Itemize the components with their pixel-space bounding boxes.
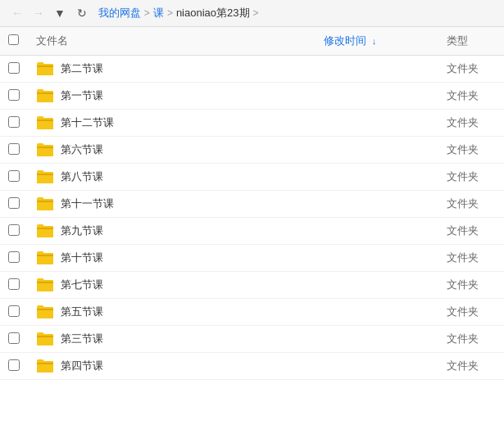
table-row: 第十二节课文件夹	[0, 110, 504, 137]
select-all-checkbox[interactable]	[8, 34, 19, 45]
row-time-cell	[316, 272, 438, 299]
back-button[interactable]: ←	[8, 5, 26, 21]
folder-icon	[36, 305, 54, 319]
svg-rect-16	[37, 282, 53, 291]
row-checkbox[interactable]	[8, 251, 20, 263]
table-row: 第八节课文件夹	[0, 164, 504, 191]
svg-rect-15	[37, 255, 53, 256]
folder-icon	[36, 169, 54, 184]
row-checkbox-cell	[0, 191, 28, 218]
table-row: 第七节课文件夹	[0, 272, 504, 299]
row-name-cell: 第四节课	[28, 353, 316, 380]
file-name[interactable]: 第四节课	[61, 359, 103, 373]
file-name[interactable]: 第一节课	[61, 88, 103, 103]
svg-rect-5	[37, 120, 53, 121]
th-time-label: 修改时间	[324, 34, 366, 47]
row-checkbox-cell	[0, 326, 28, 353]
breadcrumb-sep-2: >	[167, 7, 173, 19]
row-checkbox-cell	[0, 353, 28, 380]
svg-rect-17	[37, 282, 53, 283]
row-checkbox[interactable]	[8, 359, 20, 371]
forward-button[interactable]: →	[30, 5, 48, 21]
svg-rect-3	[37, 93, 53, 94]
row-checkbox[interactable]	[8, 62, 20, 74]
file-name[interactable]: 第六节课	[61, 142, 103, 157]
folder-icon	[36, 359, 54, 373]
row-type-cell: 文件夹	[438, 245, 504, 272]
dropdown-button[interactable]: ▼	[51, 5, 69, 21]
breadcrumb-item-current: niaoniao第23期	[176, 6, 250, 20]
svg-rect-20	[37, 336, 53, 345]
row-checkbox-cell	[0, 299, 28, 326]
table-row: 第九节课文件夹	[0, 218, 504, 245]
row-type-cell: 文件夹	[438, 272, 504, 299]
svg-rect-6	[37, 147, 53, 156]
row-type-cell: 文件夹	[438, 137, 504, 164]
row-checkbox[interactable]	[8, 332, 20, 344]
toolbar: ← → ▼ ↻ 我的网盘 > 课 > niaoniao第23期 >	[0, 0, 504, 27]
table-header-row: 文件名 修改时间 ↓ 类型	[0, 27, 504, 56]
breadcrumb: 我的网盘 > 课 > niaoniao第23期 >	[98, 6, 259, 20]
th-checkbox[interactable]	[0, 27, 28, 56]
row-name-cell: 第六节课	[28, 137, 316, 164]
file-name[interactable]: 第九节课	[61, 224, 103, 238]
folder-icon	[36, 88, 54, 103]
sort-icon: ↓	[372, 36, 377, 46]
breadcrumb-trailing-arrow: >	[253, 7, 259, 19]
row-name-cell: 第三节课	[28, 326, 316, 353]
refresh-button[interactable]: ↻	[72, 5, 92, 21]
folder-icon	[36, 142, 54, 157]
folder-icon	[36, 196, 54, 211]
row-time-cell	[316, 137, 438, 164]
row-name-cell: 第一节课	[28, 83, 316, 110]
file-table: 文件名 修改时间 ↓ 类型 第二节课文件夹 第一节课文件夹 第十二节课文件夹	[0, 27, 504, 380]
file-name[interactable]: 第十一节课	[61, 196, 114, 211]
svg-rect-1	[37, 65, 53, 67]
row-checkbox[interactable]	[8, 224, 20, 236]
folder-icon	[36, 251, 54, 265]
row-checkbox[interactable]	[8, 278, 20, 290]
file-list-container: 文件名 修改时间 ↓ 类型 第二节课文件夹 第一节课文件夹 第十二节课文件夹	[0, 27, 504, 443]
file-name[interactable]: 第五节课	[61, 305, 103, 319]
file-name[interactable]: 第二节课	[61, 61, 103, 76]
row-checkbox[interactable]	[8, 170, 20, 182]
file-name[interactable]: 第十节课	[61, 251, 103, 265]
folder-icon	[36, 278, 54, 292]
breadcrumb-item-course[interactable]: 课	[153, 6, 164, 20]
row-checkbox[interactable]	[8, 89, 20, 101]
row-type-cell: 文件夹	[438, 191, 504, 218]
file-name[interactable]: 第三节课	[61, 332, 103, 346]
row-name-cell: 第五节课	[28, 299, 316, 326]
table-row: 第十节课文件夹	[0, 245, 504, 272]
row-type-cell: 文件夹	[438, 110, 504, 137]
row-time-cell	[316, 353, 438, 380]
row-checkbox-cell	[0, 56, 28, 83]
row-checkbox-cell	[0, 83, 28, 110]
folder-icon	[36, 224, 54, 238]
th-type: 类型	[438, 27, 504, 56]
row-type-cell: 文件夹	[438, 164, 504, 191]
svg-rect-7	[37, 147, 53, 148]
row-name-cell: 第九节课	[28, 218, 316, 245]
svg-rect-11	[37, 201, 53, 202]
svg-rect-8	[37, 174, 53, 183]
row-checkbox[interactable]	[8, 197, 20, 209]
row-type-cell: 文件夹	[438, 326, 504, 353]
file-name[interactable]: 第七节课	[61, 278, 103, 292]
row-checkbox-cell	[0, 164, 28, 191]
svg-rect-2	[37, 93, 53, 102]
row-type-cell: 文件夹	[438, 56, 504, 83]
row-checkbox[interactable]	[8, 116, 20, 128]
folder-icon	[36, 115, 54, 130]
row-type-cell: 文件夹	[438, 353, 504, 380]
file-name[interactable]: 第八节课	[61, 169, 103, 184]
file-name[interactable]: 第十二节课	[61, 115, 114, 130]
table-row: 第六节课文件夹	[0, 137, 504, 164]
row-checkbox[interactable]	[8, 305, 20, 317]
row-name-cell: 第八节课	[28, 164, 316, 191]
table-row: 第三节课文件夹	[0, 326, 504, 353]
th-time[interactable]: 修改时间 ↓	[316, 27, 438, 56]
row-checkbox[interactable]	[8, 143, 20, 155]
breadcrumb-item-mydisk[interactable]: 我的网盘	[98, 6, 141, 20]
file-table-body: 第二节课文件夹 第一节课文件夹 第十二节课文件夹 第六节课文件夹 第八节课文件夹…	[0, 56, 504, 380]
